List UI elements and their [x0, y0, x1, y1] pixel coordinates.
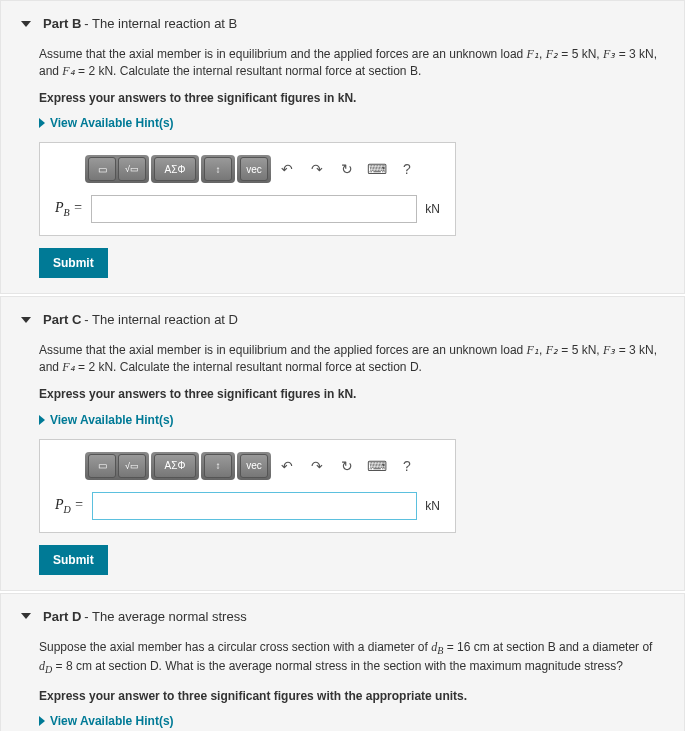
part-b-instruction: Express your answers to three significan…	[39, 90, 664, 107]
fraction-button[interactable]: √▭	[118, 454, 146, 478]
collapse-caret-icon	[21, 613, 31, 619]
part-c-header[interactable]: Part C - The internal reaction at D	[21, 307, 664, 332]
part-b-variable: PB =	[55, 200, 83, 218]
part-c-container: Part C - The internal reaction at D Assu…	[0, 296, 685, 590]
part-d-container: Part D - The average normal stress Suppo…	[0, 593, 685, 731]
part-c-title: Part C	[43, 312, 81, 327]
part-b-hints-toggle[interactable]: View Available Hint(s)	[39, 116, 664, 130]
hints-arrow-icon	[39, 716, 45, 726]
part-b-answer-input[interactable]	[91, 195, 418, 223]
reset-icon[interactable]: ↻	[335, 158, 359, 180]
part-d-description: Suppose the axial member has a circular …	[39, 639, 664, 678]
part-b-unit: kN	[425, 202, 440, 216]
part-c-hints-toggle[interactable]: View Available Hint(s)	[39, 413, 664, 427]
part-b-submit-button[interactable]: Submit	[39, 248, 108, 278]
part-c-subtitle: - The internal reaction at D	[84, 312, 238, 327]
help-icon[interactable]: ?	[395, 455, 419, 477]
collapse-caret-icon	[21, 21, 31, 27]
symbols-button[interactable]: ΑΣΦ	[154, 454, 196, 478]
part-c-instruction: Express your answers to three significan…	[39, 386, 664, 403]
part-c-submit-button[interactable]: Submit	[39, 545, 108, 575]
hints-arrow-icon	[39, 118, 45, 128]
redo-icon[interactable]: ↷	[305, 158, 329, 180]
keyboard-icon[interactable]: ⌨	[365, 455, 389, 477]
part-b-answer-box: ▭ √▭ ΑΣΦ ↕ vec ↶ ↷ ↻ ⌨ ? PB =	[39, 142, 456, 236]
part-c-answer-input[interactable]	[92, 492, 418, 520]
redo-icon[interactable]: ↷	[305, 455, 329, 477]
part-b-toolbar: ▭ √▭ ΑΣΦ ↕ vec ↶ ↷ ↻ ⌨ ?	[85, 155, 440, 183]
part-c-variable: PD =	[55, 497, 84, 515]
part-b-subtitle: - The internal reaction at B	[84, 16, 237, 31]
template-button[interactable]: ▭	[88, 157, 116, 181]
symbols-button[interactable]: ΑΣΦ	[154, 157, 196, 181]
help-icon[interactable]: ?	[395, 158, 419, 180]
part-d-title: Part D	[43, 609, 81, 624]
hints-arrow-icon	[39, 415, 45, 425]
part-c-toolbar: ▭ √▭ ΑΣΦ ↕ vec ↶ ↷ ↻ ⌨ ?	[85, 452, 440, 480]
part-b-header[interactable]: Part B - The internal reaction at B	[21, 11, 664, 36]
part-b-description: Assume that the axial member is in equil…	[39, 46, 664, 80]
part-c-description: Assume that the axial member is in equil…	[39, 342, 664, 376]
fraction-button[interactable]: √▭	[118, 157, 146, 181]
vec-button[interactable]: vec	[240, 157, 268, 181]
collapse-caret-icon	[21, 317, 31, 323]
part-c-answer-box: ▭ √▭ ΑΣΦ ↕ vec ↶ ↷ ↻ ⌨ ? PD =	[39, 439, 456, 533]
undo-icon[interactable]: ↶	[275, 158, 299, 180]
part-b-container: Part B - The internal reaction at B Assu…	[0, 0, 685, 294]
hints-label: View Available Hint(s)	[50, 714, 174, 728]
vec-button[interactable]: vec	[240, 454, 268, 478]
hints-label: View Available Hint(s)	[50, 116, 174, 130]
part-b-title: Part B	[43, 16, 81, 31]
part-d-header[interactable]: Part D - The average normal stress	[21, 604, 664, 629]
hints-label: View Available Hint(s)	[50, 413, 174, 427]
part-d-hints-toggle[interactable]: View Available Hint(s)	[39, 714, 664, 728]
template-button[interactable]: ▭	[88, 454, 116, 478]
part-d-instruction: Express your answer to three significant…	[39, 688, 664, 705]
part-c-unit: kN	[425, 499, 440, 513]
updown-button[interactable]: ↕	[204, 157, 232, 181]
part-d-subtitle: - The average normal stress	[84, 609, 246, 624]
keyboard-icon[interactable]: ⌨	[365, 158, 389, 180]
undo-icon[interactable]: ↶	[275, 455, 299, 477]
updown-button[interactable]: ↕	[204, 454, 232, 478]
reset-icon[interactable]: ↻	[335, 455, 359, 477]
